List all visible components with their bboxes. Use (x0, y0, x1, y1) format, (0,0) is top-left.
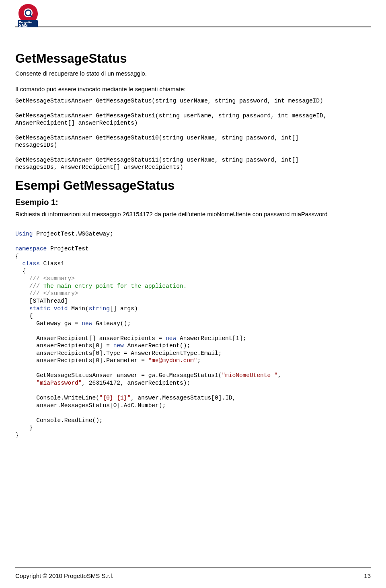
example-1-code: Using ProjectTest.WSGateway; namespace P… (15, 230, 371, 439)
examples-title: Esempi GetMessageStatus (15, 178, 371, 193)
signature-2: GetMessageStatusAnswer GetMessageStatus1… (15, 134, 371, 149)
example-1-heading: Esempio 1: (15, 198, 371, 207)
section-title: GetMessageStatus (15, 51, 371, 66)
section-description: Consente di recuperare lo stato di un me… (15, 70, 371, 77)
section-intro: Il comando può essere invocato mediante … (15, 86, 371, 92)
header-divider (15, 27, 371, 27)
brand-logo: Progetto SMS (15, 2, 41, 28)
signature-1: GetMessageStatusAnswer GetMessageStatus1… (15, 112, 371, 127)
signature-3: GetMessageStatusAnswer GetMessageStatus1… (15, 156, 371, 171)
svg-text:SMS: SMS (19, 23, 28, 28)
example-1-description: Richiesta di informazioni sul messaggio … (15, 210, 371, 218)
signature-0: GetMessageStatusAnswer GetMessageStatus(… (15, 97, 371, 105)
footer-divider (15, 568, 371, 568)
footer-page-number: 13 (364, 572, 371, 579)
footer-copyright: Copyright © 2010 ProgettoSMS S.r.l. (15, 572, 114, 579)
page-footer: Copyright © 2010 ProgettoSMS S.r.l. 13 (15, 568, 371, 579)
